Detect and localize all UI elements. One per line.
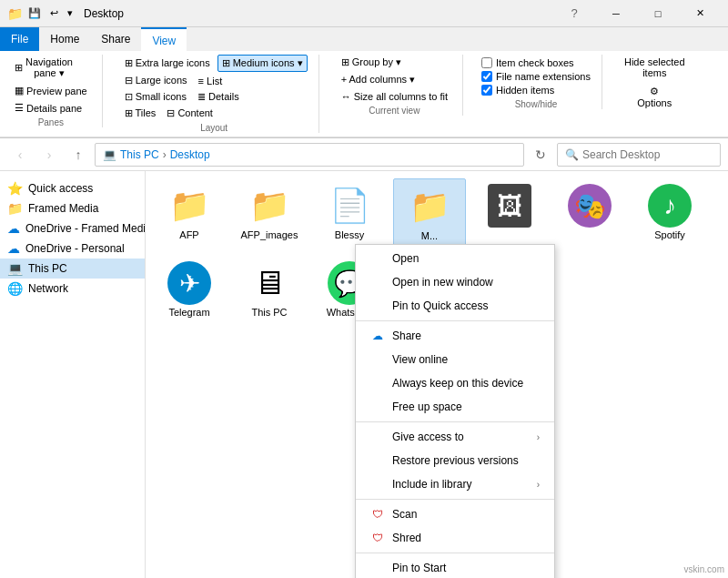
this-pc-file-label: This PC xyxy=(251,307,287,319)
undo-button[interactable]: ↩ xyxy=(46,5,62,21)
ctx-restore-versions[interactable]: Restore previous versions xyxy=(356,449,554,472)
file-item-img1[interactable]: 🖼 xyxy=(473,178,546,248)
tab-view[interactable]: View xyxy=(141,27,187,51)
back-button[interactable]: ‹ xyxy=(7,142,33,167)
sidebar-item-onedrive-personal[interactable]: ☁ OneDrive - Personal xyxy=(0,238,145,259)
ctx-view-online[interactable]: View online xyxy=(356,348,554,371)
file-item-m[interactable]: 📁 M... xyxy=(393,178,466,248)
search-input[interactable] xyxy=(582,148,713,161)
ribbon-content: ⊞ Navigationpane ▾ ▦ Preview pane ☰ Deta… xyxy=(0,51,728,137)
path-desktop[interactable]: Desktop xyxy=(170,148,210,161)
ctx-free-up-space[interactable]: Free up space xyxy=(356,395,554,419)
refresh-button[interactable]: ↻ xyxy=(528,142,553,167)
forward-button[interactable]: › xyxy=(36,142,62,167)
minimize-button[interactable]: ─ xyxy=(595,0,637,27)
afp-images-icon: 📁 xyxy=(248,184,291,228)
tab-file[interactable]: File xyxy=(0,27,39,51)
path-this-pc[interactable]: This PC xyxy=(120,148,159,161)
ctx-open-new-window[interactable]: Open in new window xyxy=(356,270,554,294)
afp-label: AFP xyxy=(179,229,198,241)
ctx-pin-start[interactable]: Pin to Start xyxy=(356,556,554,578)
ctx-library-arrow: › xyxy=(537,480,540,490)
maximize-button[interactable]: □ xyxy=(637,0,679,27)
file-item-afp[interactable]: 📁 AFP xyxy=(153,178,226,248)
show-hide-label: Show/hide xyxy=(481,99,591,109)
panes-items: ⊞ Navigationpane ▾ ▦ Preview pane ☰ Deta… xyxy=(11,55,91,116)
file-item-spotify[interactable]: ♪ Spotify xyxy=(633,178,706,248)
file-item-telegram[interactable]: ✈ Telegram xyxy=(153,256,226,324)
details-btn[interactable]: ≣ Details xyxy=(194,89,243,105)
file-item-blessy[interactable]: 📄 Blessy xyxy=(313,178,386,248)
tab-home[interactable]: Home xyxy=(39,27,90,51)
sidebar-label-this-pc: This PC xyxy=(28,262,67,275)
sidebar-label-quick-access: Quick access xyxy=(28,182,93,195)
sidebar-item-framed-media[interactable]: 📁 Framed Media xyxy=(0,198,145,218)
customize-qat-button[interactable]: ▾ xyxy=(64,5,76,21)
save-button[interactable]: 💾 xyxy=(25,5,45,21)
spotify-icon: ♪ xyxy=(648,184,692,228)
content-btn[interactable]: ⊟ Content xyxy=(163,106,217,121)
add-columns-btn[interactable]: + Add columns ▾ xyxy=(338,72,451,87)
ctx-sep-2 xyxy=(356,421,554,422)
ctx-sep-1 xyxy=(356,320,554,321)
sidebar-item-network[interactable]: 🌐 Network xyxy=(0,279,145,299)
nav-pane-icon: ⊞ xyxy=(15,62,23,74)
group-by-btn[interactable]: ⊞ Group by ▾ xyxy=(338,55,451,70)
window-controls: ? ─ □ ✕ xyxy=(553,0,721,27)
ribbon-group-show-hide: Item check boxes File name extensions Hi… xyxy=(478,55,602,109)
options-btn[interactable]: ⚙Options xyxy=(621,82,689,112)
close-button[interactable]: ✕ xyxy=(679,0,721,27)
hide-selected-btn[interactable]: Hide selecteditems xyxy=(621,55,689,80)
ctx-give-access[interactable]: Give access to › xyxy=(356,425,554,449)
ctx-pin-quick-access[interactable]: Pin to Quick access xyxy=(356,294,554,318)
item-check-boxes-input[interactable] xyxy=(481,57,492,68)
ribbon-group-panes: ⊞ Navigationpane ▾ ▦ Preview pane ☰ Deta… xyxy=(7,55,103,127)
file-name-extensions-input[interactable] xyxy=(481,71,492,82)
ctx-include-library[interactable]: Include in library › xyxy=(356,472,554,496)
size-all-columns-btn[interactable]: ↔ Size all columns to fit xyxy=(338,89,451,104)
blessy-label: Blessy xyxy=(335,229,364,241)
tab-share[interactable]: Share xyxy=(90,27,141,51)
search-box[interactable]: 🔍 xyxy=(557,143,721,167)
ctx-scan[interactable]: 🛡 Scan xyxy=(356,502,554,526)
medium-icons-btn[interactable]: ⊞ Medium icons ▾ xyxy=(217,55,308,72)
details-pane-btn[interactable]: ☰ Details pane xyxy=(11,100,91,116)
item-check-boxes-toggle[interactable]: Item check boxes xyxy=(481,57,591,68)
address-path[interactable]: 💻 This PC › Desktop xyxy=(95,143,524,167)
ctx-always-keep[interactable]: Always keep on this device xyxy=(356,371,554,395)
file-item-this-pc[interactable]: 🖥 This PC xyxy=(233,256,306,324)
small-icons-btn[interactable]: ⊡ Small icons xyxy=(121,89,190,105)
current-view-label: Current view xyxy=(338,106,451,116)
ctx-shred[interactable]: 🛡 Shred xyxy=(356,526,554,550)
sidebar-label-network: Network xyxy=(28,282,68,295)
sidebar-item-this-pc[interactable]: 💻 This PC xyxy=(0,259,145,279)
framed-media-icon: 📁 xyxy=(7,201,23,216)
sidebar-item-quick-access[interactable]: ⭐ Quick access xyxy=(0,178,145,198)
file-item-afp-images[interactable]: 📁 AFP_images xyxy=(233,178,306,248)
sidebar-item-onedrive-framed[interactable]: ☁ OneDrive - Framed Media xyxy=(0,218,145,238)
extra-large-icons-btn[interactable]: ⊞ Extra large icons xyxy=(121,55,214,72)
large-icons-btn[interactable]: ⊟ Large icons xyxy=(121,73,191,88)
sidebar-label-onedrive-personal: OneDrive - Personal xyxy=(25,242,125,255)
hidden-items-input[interactable] xyxy=(481,85,492,96)
hidden-items-toggle[interactable]: Hidden items xyxy=(481,85,591,96)
up-button[interactable]: ↑ xyxy=(66,142,91,167)
navigation-pane-btn[interactable]: ⊞ Navigationpane ▾ xyxy=(11,55,91,81)
m-icon: 📁 xyxy=(408,185,451,228)
ctx-pin-icon xyxy=(370,299,385,313)
help-button[interactable]: ? xyxy=(553,0,595,27)
sidebar-label-onedrive-framed: OneDrive - Framed Media xyxy=(25,222,145,235)
ctx-give-access-arrow: › xyxy=(537,432,540,442)
sidebar: ⭐ Quick access 📁 Framed Media ☁ OneDrive… xyxy=(0,171,146,578)
ctx-pin-start-icon xyxy=(370,561,385,575)
tiles-btn[interactable]: ⊞ Tiles xyxy=(121,106,160,121)
preview-pane-btn[interactable]: ▦ Preview pane xyxy=(11,83,91,98)
ctx-open-icon xyxy=(370,251,385,266)
ctx-open[interactable]: Open xyxy=(356,247,554,270)
file-item-clownfish[interactable]: 🎭 xyxy=(553,178,626,248)
quick-access-toolbar: 📁 💾 ↩ ▾ xyxy=(7,5,76,21)
ctx-share[interactable]: ☁ Share xyxy=(356,324,554,348)
file-name-extensions-toggle[interactable]: File name extensions xyxy=(481,71,591,82)
ribbon-group-current-view: ⊞ Group by ▾ + Add columns ▾ ↔ Size all … xyxy=(334,55,463,116)
list-btn[interactable]: ≡ List xyxy=(195,73,227,88)
